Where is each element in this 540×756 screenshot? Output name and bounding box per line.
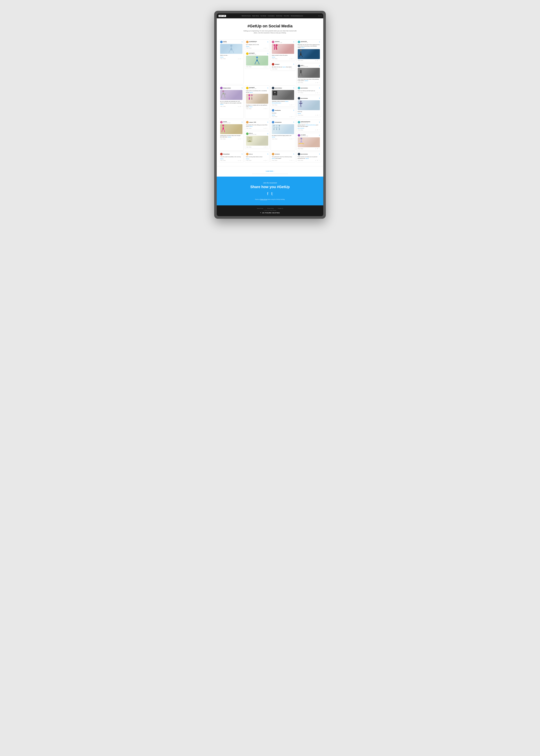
retweet-action[interactable]: ⟳ [317, 82, 318, 83]
like-action[interactable]: ♡ [267, 128, 268, 129]
like-action[interactable]: ♡ [293, 68, 294, 69]
reply-action[interactable]: ↩ [290, 68, 291, 69]
nav-link-conversations[interactable]: Conversations [268, 15, 275, 16]
reply-action[interactable]: ↩ [264, 160, 265, 161]
retweet-action[interactable]: ⟳ [291, 160, 292, 161]
retweet-action[interactable]: ⟳ [291, 138, 292, 140]
reply-action[interactable]: ↩ [290, 160, 291, 161]
terms-link[interactable]: Terms of Use [260, 199, 267, 200]
footer-privacy-link[interactable]: Privacy Policy [267, 208, 274, 209]
retweet-action[interactable]: ⟳ [317, 114, 318, 116]
like-action[interactable]: ♡ [293, 160, 294, 161]
twitter-icon: 𝕥 [267, 121, 268, 123]
like-action[interactable]: ♡ [319, 82, 320, 83]
tweet-date: 4 Mar 2:48pm [246, 48, 252, 49]
like-action[interactable]: ♡ [293, 104, 294, 105]
nav-link-behind[interactable]: Behind the Scenes [242, 15, 251, 16]
like-action[interactable]: ♡ [319, 129, 320, 131]
tweet-user: jasonmskates [298, 87, 308, 89]
reply-action[interactable]: ↩ [290, 104, 291, 105]
like-action[interactable]: ♡ [319, 60, 320, 61]
retweet-action[interactable]: ⟳ [317, 60, 318, 61]
reply-action[interactable]: ↩ [290, 58, 291, 60]
reply-action[interactable]: ↩ [315, 82, 316, 83]
like-action[interactable]: ♡ [319, 160, 320, 161]
retweet-action[interactable]: ⟳ [265, 146, 266, 148]
nav-link-learn[interactable]: Visit learntoskateusa.com [291, 15, 303, 16]
like-action[interactable]: ♡ [293, 138, 294, 140]
retweet-action[interactable]: ⟳ [291, 58, 292, 60]
footer-terms-link[interactable]: Terms of Use [257, 208, 263, 209]
tweet-date: 4 Mar 2:48pm [246, 108, 252, 109]
reply-action[interactable]: ↩ [238, 58, 239, 60]
facebook-nav-icon[interactable]: f [319, 15, 319, 17]
like-action[interactable]: ♡ [267, 48, 268, 49]
footer-contact-link[interactable]: Contact Us [278, 208, 283, 209]
like-action[interactable]: ♡ [319, 148, 320, 149]
retweet-action[interactable]: ⟳ [240, 106, 241, 107]
twitter-nav-icon[interactable]: t [320, 15, 320, 17]
like-action[interactable]: ♡ [319, 114, 320, 116]
retweet-action[interactable]: ⟳ [265, 48, 266, 49]
reply-action[interactable]: ↩ [264, 128, 265, 129]
reply-action[interactable]: ↩ [264, 48, 265, 49]
reply-action[interactable]: ↩ [290, 138, 291, 140]
like-action[interactable]: ♡ [267, 146, 268, 148]
retweet-action[interactable]: ⟳ [317, 92, 318, 93]
retweet-action[interactable]: ⟳ [240, 160, 241, 161]
tweet-date: 4 Mar 2:48pm [272, 104, 277, 105]
retweet-action[interactable]: ⟳ [291, 116, 292, 117]
tweet-card: martenaf about 8 hours ago 𝕥 [271, 40, 295, 61]
like-action[interactable]: ♡ [267, 160, 268, 161]
reply-action[interactable]: ↩ [238, 160, 239, 161]
retweet-action[interactable]: ⟳ [317, 129, 318, 131]
like-action[interactable]: ♡ [241, 138, 242, 140]
load-more-section: Load more ↓ [217, 166, 323, 177]
retweet-action[interactable]: ⟳ [317, 148, 318, 149]
retweet-action[interactable]: ⟳ [265, 108, 266, 109]
load-more-button[interactable]: Load more ↓ [266, 170, 274, 172]
avatar [220, 153, 223, 155]
retweet-action[interactable]: ⟳ [291, 104, 292, 105]
avatar [272, 153, 274, 155]
retweet-action[interactable]: ⟳ [291, 68, 292, 69]
nav-logo[interactable]: GET UP [218, 15, 226, 17]
reply-action[interactable]: ↩ [315, 60, 316, 61]
nav-link-skater[interactable]: Skater Stories [252, 15, 259, 16]
reply-action[interactable]: ↩ [264, 108, 265, 109]
like-action[interactable]: ♡ [267, 66, 268, 67]
like-action[interactable]: ♡ [241, 160, 242, 161]
reply-action[interactable]: ↩ [264, 66, 265, 67]
retweet-action[interactable]: ⟳ [240, 58, 241, 60]
reply-action[interactable]: ↩ [290, 116, 291, 117]
tweet-card: sim_aj about 8 hours ago 𝕥 [245, 131, 270, 149]
tweet-card: beckajskates 𝕥 [271, 120, 295, 151]
retweet-action[interactable]: ⟳ [240, 138, 241, 140]
like-action[interactable]: ♡ [267, 108, 268, 109]
reply-action[interactable]: ↩ [315, 114, 316, 116]
like-action[interactable]: ♡ [319, 92, 320, 93]
tweet-user: sim_aj [246, 153, 252, 155]
nav-link-your[interactable]: Your Stories [260, 15, 266, 16]
reply-action[interactable]: ↩ [238, 138, 239, 140]
reply-action[interactable]: ↩ [264, 146, 265, 148]
reply-action[interactable]: ↩ [315, 92, 316, 93]
retweet-action[interactable]: ⟳ [265, 160, 266, 161]
instagram-nav-icon[interactable]: i [321, 15, 322, 17]
nav-link-gear[interactable]: Get the Gear [276, 15, 282, 16]
reply-action[interactable]: ↩ [315, 160, 316, 161]
like-action[interactable]: ♡ [241, 58, 242, 60]
reply-action[interactable]: ↩ [238, 106, 239, 107]
twitter-icon: 𝕥 [242, 41, 242, 43]
retweet-action[interactable]: ⟳ [317, 160, 318, 161]
reply-action[interactable]: ↩ [315, 129, 316, 131]
like-action[interactable]: ♡ [241, 106, 242, 107]
reply-action[interactable]: ↩ [315, 148, 316, 149]
facebook-join-icon[interactable]: f [267, 191, 268, 196]
retweet-action[interactable]: ⟳ [265, 128, 266, 129]
like-action[interactable]: ♡ [293, 58, 294, 60]
retweet-action[interactable]: ⟳ [265, 66, 266, 67]
nav-link-rink[interactable]: Find a Rink [284, 15, 289, 16]
twitter-join-icon[interactable]: 𝕥 [271, 191, 273, 196]
like-action[interactable]: ♡ [293, 116, 294, 117]
